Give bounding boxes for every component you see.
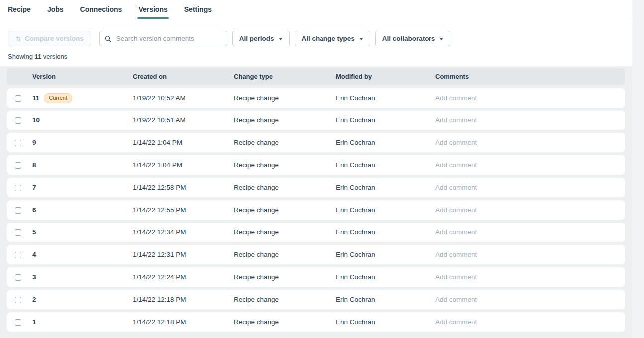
version-number: 10 — [32, 116, 40, 124]
tab-versions[interactable]: Versions — [138, 0, 167, 19]
row-checkbox[interactable] — [15, 252, 21, 258]
add-comment-field[interactable]: Add comment — [435, 228, 617, 236]
row-checkbox[interactable] — [15, 274, 21, 281]
version-row: 9 1/14/22 1:04 PM Recipe change Erin Coc… — [7, 133, 625, 152]
version-number: 7 — [32, 184, 36, 191]
column-header-version: Version — [32, 73, 133, 80]
filter-dropdown-all-change-types[interactable]: All change types — [295, 31, 370, 46]
row-checkbox[interactable] — [15, 207, 21, 214]
version-number: 11 — [32, 94, 39, 102]
created-on: 1/14/22 12:18 PM — [133, 318, 234, 326]
table-header: Version Created on Change type Modified … — [7, 68, 625, 85]
change-type: Recipe change — [234, 228, 336, 236]
tab-label: Recipe — [8, 5, 31, 13]
modified-by: Erin Cochran — [336, 161, 435, 169]
modified-by: Erin Cochran — [336, 318, 435, 326]
column-header-modified-by: Modified by — [336, 73, 435, 80]
version-cell: 4 — [32, 251, 133, 258]
search-input[interactable] — [115, 34, 222, 43]
created-on: 1/14/22 1:04 PM — [133, 139, 234, 146]
search-box[interactable] — [99, 31, 227, 46]
tab-bar: Recipe Jobs Connections Versions Setting… — [0, 0, 632, 19]
tab-recipe[interactable]: Recipe — [8, 0, 31, 19]
row-checkbox[interactable] — [15, 185, 21, 191]
tab-label: Jobs — [47, 5, 64, 13]
checkbox-cell — [15, 206, 32, 214]
tab-label: Connections — [80, 5, 122, 13]
modified-by: Erin Cochran — [336, 273, 435, 281]
created-on: 1/14/22 12:31 PM — [133, 251, 234, 258]
checkbox-cell — [15, 273, 32, 281]
version-cell: 5 — [32, 228, 133, 236]
search-icon — [105, 35, 111, 42]
version-cell: 11 Current — [32, 93, 133, 103]
checkbox-cell — [15, 116, 32, 124]
change-type: Recipe change — [234, 139, 336, 146]
version-number: 5 — [32, 228, 36, 236]
filter-label: All periods — [239, 35, 274, 42]
add-comment-field[interactable]: Add comment — [435, 94, 617, 102]
row-checkbox[interactable] — [15, 117, 21, 124]
modified-by: Erin Cochran — [336, 251, 435, 258]
current-badge: Current — [44, 93, 72, 103]
add-comment-field[interactable]: Add comment — [435, 251, 617, 258]
filter-dropdown-all-periods[interactable]: All periods — [232, 31, 290, 46]
tab-connections[interactable]: Connections — [80, 0, 122, 19]
add-comment-field[interactable]: Add comment — [435, 206, 617, 214]
change-type: Recipe change — [234, 94, 336, 102]
created-on: 1/14/22 12:24 PM — [133, 273, 234, 281]
row-checkbox[interactable] — [15, 140, 21, 146]
add-comment-field[interactable]: Add comment — [435, 296, 617, 303]
tab-label: Versions — [138, 5, 167, 13]
recipe-page: Recipe Jobs Connections Versions Setting… — [0, 0, 632, 338]
created-on: 1/14/22 12:18 PM — [133, 296, 234, 303]
row-checkbox[interactable] — [15, 162, 21, 169]
row-checkbox[interactable] — [15, 95, 21, 102]
created-on: 1/19/22 10:51 AM — [133, 116, 234, 124]
change-type: Recipe change — [234, 161, 336, 169]
row-checkbox[interactable] — [15, 319, 21, 326]
results-count: Showing 11 versions — [8, 53, 624, 61]
add-comment-field[interactable]: Add comment — [435, 116, 617, 124]
change-type: Recipe change — [234, 184, 336, 191]
versions-table: Version Created on Change type Modified … — [0, 66, 632, 338]
version-row: 7 1/14/22 12:58 PM Recipe change Erin Co… — [7, 178, 625, 197]
created-on: 1/19/22 10:52 AM — [133, 94, 234, 102]
change-type: Recipe change — [234, 296, 336, 303]
tab-jobs[interactable]: Jobs — [47, 0, 64, 19]
tab-settings[interactable]: Settings — [184, 0, 212, 19]
version-row: 1 1/14/22 12:18 PM Recipe change Erin Co… — [7, 312, 625, 332]
version-cell: 1 — [32, 318, 133, 326]
filter-label: All change types — [302, 35, 355, 42]
checkbox-cell — [15, 251, 32, 258]
version-row: 4 1/14/22 12:31 PM Recipe change Erin Co… — [7, 245, 625, 264]
checkbox-cell — [15, 228, 32, 236]
add-comment-field[interactable]: Add comment — [435, 184, 617, 191]
modified-by: Erin Cochran — [336, 184, 435, 191]
tab-label: Settings — [184, 5, 212, 13]
add-comment-field[interactable]: Add comment — [435, 161, 617, 169]
compare-versions-button[interactable]: Compare versions — [8, 31, 91, 46]
version-cell: 7 — [32, 184, 133, 191]
version-cell: 3 — [32, 273, 133, 281]
row-checkbox[interactable] — [15, 229, 21, 236]
add-comment-field[interactable]: Add comment — [435, 318, 617, 326]
row-checkbox[interactable] — [15, 297, 21, 303]
version-cell: 8 — [32, 161, 133, 169]
version-row: 2 1/14/22 12:18 PM Recipe change Erin Co… — [7, 290, 625, 309]
version-row: 11 Current 1/19/22 10:52 AM Recipe chang… — [7, 88, 625, 108]
column-header-change-type: Change type — [234, 73, 336, 80]
version-row: 8 1/14/22 1:04 PM Recipe change Erin Coc… — [7, 155, 625, 175]
filter-dropdown-all-collaborators[interactable]: All collaborators — [375, 31, 451, 46]
results-count-suffix: versions — [41, 53, 67, 60]
version-number: 8 — [32, 161, 36, 169]
add-comment-field[interactable]: Add comment — [435, 273, 617, 281]
checkbox-cell — [15, 94, 32, 102]
version-number: 1 — [32, 318, 36, 326]
version-row: 10 1/19/22 10:51 AM Recipe change Erin C… — [7, 111, 625, 130]
version-row: 3 1/14/22 12:24 PM Recipe change Erin Co… — [7, 267, 625, 287]
modified-by: Erin Cochran — [336, 296, 435, 303]
results-count-value: 11 — [34, 53, 41, 60]
version-cell: 2 — [32, 296, 133, 303]
add-comment-field[interactable]: Add comment — [435, 139, 617, 146]
